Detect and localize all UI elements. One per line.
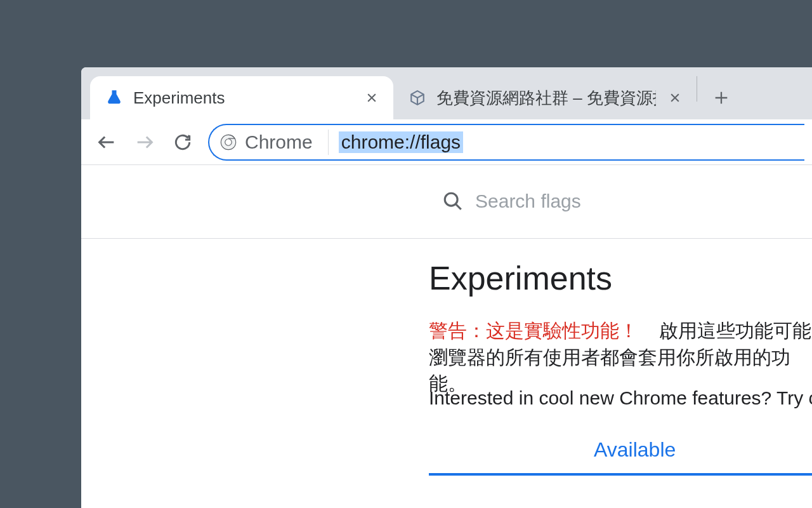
svg-point-1	[225, 138, 232, 145]
tab-title: Experiments	[133, 88, 353, 108]
tab-strip: Experiments 免費資源網路社群 – 免費資源指南	[81, 67, 812, 119]
forward-button[interactable]	[127, 124, 162, 160]
svg-point-2	[445, 193, 457, 206]
tab-available[interactable]: Available	[429, 438, 812, 476]
warning-label: 警告：这是實驗性功能！	[429, 320, 638, 341]
search-flags-wrap	[429, 175, 812, 226]
warning-body: 啟用這些功能可能會造	[659, 320, 812, 341]
scheme-label: Chrome	[245, 131, 318, 153]
address-divider	[328, 130, 329, 155]
address-bar[interactable]: Chrome chrome://flags	[208, 124, 804, 161]
flags-tab-nav: Available	[429, 438, 812, 476]
toolbar: Chrome chrome://flags	[81, 119, 812, 165]
close-tab-button[interactable]	[665, 88, 685, 108]
url-text: chrome://flags	[339, 131, 463, 153]
search-flags-input[interactable]	[475, 190, 811, 212]
interested-text: Interested in cool new Chrome features? …	[429, 387, 812, 409]
chrome-icon	[218, 132, 239, 152]
flask-icon	[104, 88, 124, 108]
page-content: Experiments 警告：这是實驗性功能！ 啟用這些功能可能會造 瀏覽器的所…	[81, 165, 812, 508]
tab-separator	[697, 76, 697, 102]
reload-button[interactable]	[165, 124, 200, 160]
warning-text: 警告：这是實驗性功能！ 啟用這些功能可能會造	[429, 316, 812, 345]
divider	[81, 238, 812, 239]
box-icon	[407, 88, 428, 108]
back-button[interactable]	[89, 124, 124, 160]
page-title: Experiments	[429, 259, 612, 297]
tab-title: 免費資源網路社群 – 免費資源指南	[436, 87, 656, 109]
close-tab-button[interactable]	[362, 88, 382, 108]
tab-experiments[interactable]: Experiments	[90, 76, 393, 119]
tab-free-resources[interactable]: 免費資源網路社群 – 免費資源指南	[393, 76, 697, 119]
new-tab-button[interactable]	[704, 80, 739, 116]
browser-window: Experiments 免費資源網路社群 – 免費資源指南	[81, 67, 812, 508]
search-icon	[442, 190, 464, 212]
